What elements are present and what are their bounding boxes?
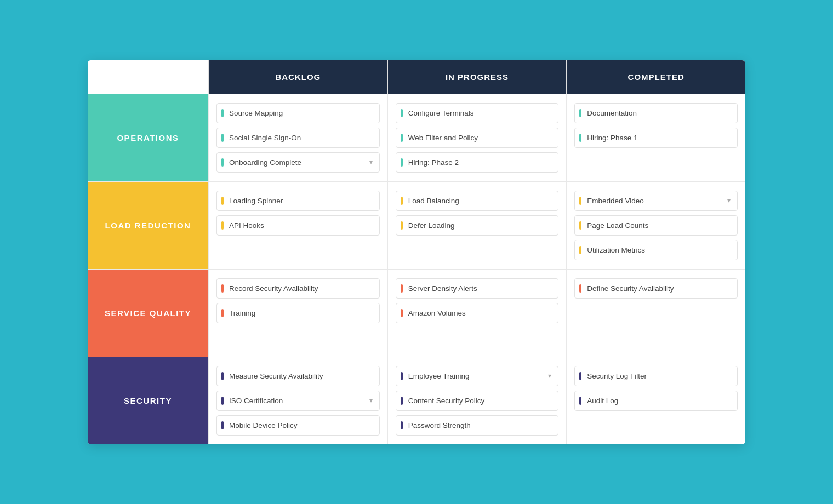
card-password-strength[interactable]: Password Strength <box>396 415 559 436</box>
card-text: Server Density Alerts <box>408 284 552 293</box>
cell-operations-backlog: Source MappingSocial Single Sign-OnOnboa… <box>208 94 387 181</box>
card-documentation[interactable]: Documentation <box>574 103 738 123</box>
row-label-text-operations: OPERATIONS <box>117 133 179 142</box>
card-text: Load Balancing <box>408 197 552 205</box>
card-text: Security Log Filter <box>587 372 731 380</box>
row-label-service_quality: SERVICE QUALITY <box>88 269 208 357</box>
card-loading-spinner[interactable]: Loading Spinner <box>216 191 380 211</box>
card-amazon-volumes[interactable]: Amazon Volumes <box>396 303 559 323</box>
card-text: Embedded Video <box>587 197 724 205</box>
cell-operations-in_progress: Configure TerminalsWeb Filter and Policy… <box>387 94 567 181</box>
board-grid: BACKLOGIN PROGRESSCOMPLETEDOPERATIONSSou… <box>88 60 745 444</box>
card-hiring:-phase-1[interactable]: Hiring: Phase 1 <box>574 128 738 148</box>
card-text: Defer Loading <box>408 221 552 230</box>
card-accent <box>221 284 224 293</box>
row-label-text-load_reduction: LOAD REDUCTION <box>105 221 191 230</box>
cell-service_quality-backlog: Record Security AvailabilityTraining <box>208 269 387 357</box>
cell-load_reduction-backlog: Loading SpinnerAPI Hooks <box>208 181 387 269</box>
card-page-load-counts[interactable]: Page Load Counts <box>574 215 738 236</box>
card-accent <box>221 397 224 405</box>
card-accent <box>221 158 224 167</box>
card-text: Page Load Counts <box>587 221 731 230</box>
cell-load_reduction-in_progress: Load BalancingDefer Loading <box>387 181 567 269</box>
card-accent <box>579 246 581 254</box>
card-text: Web Filter and Policy <box>408 134 552 142</box>
card-text: Define Security Availability <box>587 284 731 293</box>
card-accent <box>221 109 224 117</box>
card-text: Loading Spinner <box>229 197 373 205</box>
card-accent <box>579 109 581 117</box>
card-text: Password Strength <box>408 421 552 429</box>
cell-security-backlog: Measure Security AvailabilityISO Certifi… <box>208 357 387 444</box>
card-text: Configure Terminals <box>408 109 552 117</box>
card-content-security-policy[interactable]: Content Security Policy <box>396 391 559 411</box>
card-measure-security-availability[interactable]: Measure Security Availability <box>216 366 380 386</box>
card-accent <box>401 372 403 380</box>
card-text: Utilization Metrics <box>587 246 731 254</box>
card-text: Audit Log <box>587 397 731 405</box>
card-accent <box>401 197 403 205</box>
card-text: Mobile Device Policy <box>229 421 373 429</box>
card-accent <box>221 309 224 317</box>
cell-load_reduction-completed: Embedded Video▾Page Load CountsUtilizati… <box>566 181 745 269</box>
card-accent <box>221 421 224 429</box>
card-text: Social Single Sign-On <box>229 134 373 142</box>
cell-service_quality-completed: Define Security Availability <box>566 269 745 357</box>
card-record-security-availability[interactable]: Record Security Availability <box>216 278 380 299</box>
card-employee-training[interactable]: Employee Training▾ <box>396 366 559 386</box>
card-iso-certification[interactable]: ISO Certification▾ <box>216 391 380 411</box>
card-defer-loading[interactable]: Defer Loading <box>396 215 559 236</box>
row-label-operations: OPERATIONS <box>88 94 208 181</box>
card-load-balancing[interactable]: Load Balancing <box>396 191 559 211</box>
card-text: Measure Security Availability <box>229 372 373 380</box>
card-accent <box>401 397 403 405</box>
card-audit-log[interactable]: Audit Log <box>574 391 738 411</box>
card-mobile-device-policy[interactable]: Mobile Device Policy <box>216 415 380 436</box>
card-accent <box>401 309 403 317</box>
card-text: Hiring: Phase 1 <box>587 134 731 142</box>
col-header-backlog: BACKLOG <box>208 60 387 94</box>
card-source-mapping[interactable]: Source Mapping <box>216 103 380 123</box>
card-configure-terminals[interactable]: Configure Terminals <box>396 103 559 123</box>
card-text: Amazon Volumes <box>408 309 552 317</box>
card-utilization-metrics[interactable]: Utilization Metrics <box>574 240 738 260</box>
card-api-hooks[interactable]: API Hooks <box>216 215 380 236</box>
cell-security-in_progress: Employee Training▾Content Security Polic… <box>387 357 567 444</box>
card-accent <box>579 397 581 405</box>
card-text: Training <box>229 309 373 317</box>
card-accent <box>401 284 403 293</box>
card-text: Hiring: Phase 2 <box>408 158 552 167</box>
card-social-single-sign-on[interactable]: Social Single Sign-On <box>216 128 380 148</box>
card-accent <box>401 221 403 230</box>
card-accent <box>579 284 581 293</box>
card-training[interactable]: Training <box>216 303 380 323</box>
row-label-security: SECURITY <box>88 357 208 444</box>
card-text: Content Security Policy <box>408 397 552 405</box>
cell-service_quality-in_progress: Server Density AlertsAmazon Volumes <box>387 269 567 357</box>
chevron-down-icon: ▾ <box>369 158 373 166</box>
card-accent <box>221 221 224 230</box>
card-hiring:-phase-2[interactable]: Hiring: Phase 2 <box>396 152 559 173</box>
card-accent <box>401 109 403 117</box>
header-spacer <box>88 60 208 94</box>
card-server-density-alerts[interactable]: Server Density Alerts <box>396 278 559 299</box>
card-onboarding-complete[interactable]: Onboarding Complete▾ <box>216 152 380 173</box>
card-security-log-filter[interactable]: Security Log Filter <box>574 366 738 386</box>
card-accent <box>579 197 581 205</box>
card-text: API Hooks <box>229 221 373 230</box>
card-define-security-availability[interactable]: Define Security Availability <box>574 278 738 299</box>
cell-operations-completed: DocumentationHiring: Phase 1 <box>566 94 745 181</box>
card-embedded-video[interactable]: Embedded Video▾ <box>574 191 738 211</box>
card-accent <box>221 134 224 142</box>
card-text: ISO Certification <box>229 397 366 405</box>
card-accent <box>401 158 403 167</box>
card-text: Onboarding Complete <box>229 158 366 167</box>
board-container: BACKLOGIN PROGRESSCOMPLETEDOPERATIONSSou… <box>88 60 745 444</box>
card-accent <box>579 221 581 230</box>
card-text: Employee Training <box>408 372 545 380</box>
row-label-text-service_quality: SERVICE QUALITY <box>105 308 191 318</box>
row-label-load_reduction: LOAD REDUCTION <box>88 181 208 269</box>
card-web-filter-and-policy[interactable]: Web Filter and Policy <box>396 128 559 148</box>
chevron-down-icon: ▾ <box>369 397 373 404</box>
card-accent <box>579 372 581 380</box>
